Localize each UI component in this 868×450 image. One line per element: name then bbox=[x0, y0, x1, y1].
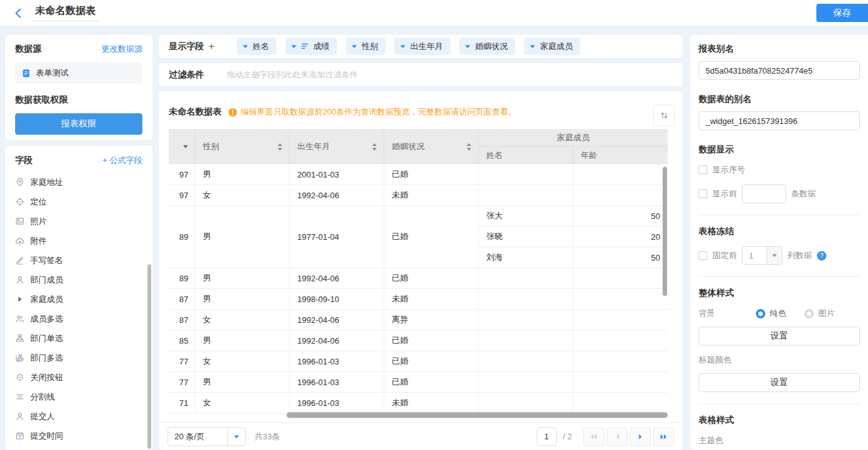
report-alias-input[interactable] bbox=[699, 61, 860, 80]
table-row: 85男1992-04-06已婚 bbox=[169, 330, 668, 351]
field-chip[interactable]: 姓名 bbox=[237, 38, 277, 55]
table-alias-input[interactable] bbox=[699, 111, 860, 130]
birth-cell: 1998-09-10 bbox=[290, 289, 384, 309]
page-number-input[interactable] bbox=[537, 427, 557, 446]
filter-dropzone[interactable]: 拖动左侧字段到此处来添加过滤条件 bbox=[227, 69, 673, 81]
family-members-cell bbox=[479, 351, 668, 371]
family-members-cell bbox=[479, 393, 668, 413]
family-members-cell bbox=[479, 330, 668, 351]
birth-column-header[interactable]: 出生年月 bbox=[290, 129, 384, 164]
field-item[interactable]: 部门多选 bbox=[15, 348, 142, 368]
report-permission-button[interactable]: 报表权限 bbox=[15, 113, 142, 135]
field-item[interactable]: 手写签名 bbox=[15, 250, 142, 270]
member-name-header: 姓名 bbox=[479, 147, 573, 164]
sort-toggle-icon bbox=[466, 143, 472, 151]
field-item[interactable]: 附件 bbox=[15, 231, 142, 250]
fields-scrollbar[interactable] bbox=[147, 264, 151, 449]
prev-page-button[interactable] bbox=[607, 427, 627, 446]
save-button[interactable]: 保存 bbox=[816, 4, 868, 22]
member-age-cell: 20 bbox=[573, 227, 668, 247]
table-horizontal-scrollbar[interactable] bbox=[287, 412, 668, 418]
image-radio[interactable] bbox=[804, 309, 814, 318]
table-vertical-scrollbar[interactable] bbox=[663, 167, 667, 296]
last-page-button[interactable] bbox=[653, 427, 674, 446]
birth-cell: 1996-01-03 bbox=[290, 372, 384, 392]
table-row: 97男2001-01-03已婚 bbox=[169, 164, 668, 185]
birth-cell: 1996-01-03 bbox=[290, 351, 384, 371]
warning-icon bbox=[228, 108, 237, 117]
background-setting-button[interactable]: 设置 bbox=[699, 327, 860, 346]
birth-cell: 1992-04-06 bbox=[290, 268, 384, 288]
score-cell: 77 bbox=[169, 351, 195, 371]
field-chip-label: 性别 bbox=[362, 41, 378, 52]
gender-cell: 男 bbox=[195, 164, 290, 184]
field-chip[interactable]: 出生年月 bbox=[394, 38, 450, 55]
field-item[interactable]: 提交时间 bbox=[15, 426, 142, 446]
field-item[interactable]: 定位 bbox=[15, 192, 142, 211]
chevron-right-icon bbox=[638, 434, 643, 440]
freeze-count-select[interactable]: 1 bbox=[742, 246, 782, 265]
field-item[interactable]: 部门成员 bbox=[15, 270, 142, 290]
page-title[interactable]: 未命名数据表 bbox=[33, 4, 98, 21]
add-display-field-button[interactable]: + bbox=[208, 42, 214, 52]
target-icon bbox=[15, 197, 25, 206]
marriage-cell: 已婚 bbox=[384, 372, 479, 392]
birth-cell: 1996-01-03 bbox=[290, 393, 384, 413]
member-name-cell: 刘海 bbox=[479, 247, 573, 267]
table-header: 性别 出生年月 婚姻状况 家庭成员 姓名 年龄 bbox=[169, 129, 668, 164]
birth-cell: 2001-01-03 bbox=[290, 164, 384, 184]
gender-column-header[interactable]: 性别 bbox=[195, 129, 290, 164]
show-first-count-input[interactable] bbox=[742, 184, 786, 203]
field-item[interactable]: 成员多选 bbox=[15, 309, 142, 329]
users-icon bbox=[15, 314, 25, 323]
table-sort-button[interactable] bbox=[653, 104, 675, 126]
chevron-down-icon bbox=[183, 145, 188, 149]
field-item[interactable]: 提交人 bbox=[15, 407, 142, 426]
birth-cell: 1977-01-04 bbox=[290, 206, 384, 267]
show-first-checkbox[interactable] bbox=[699, 189, 707, 198]
field-chip[interactable]: 家庭成员 bbox=[524, 38, 580, 55]
score-cell: 87 bbox=[169, 310, 195, 330]
gender-cell: 男 bbox=[195, 372, 290, 392]
title-color-label: 标题颜色 bbox=[699, 354, 860, 366]
member-name-cell bbox=[479, 351, 573, 371]
field-item[interactable]: 分割线 bbox=[15, 387, 142, 407]
page-size-select[interactable]: 20 条/页 bbox=[168, 427, 246, 446]
field-item[interactable]: 关闭按钮 bbox=[15, 368, 142, 387]
marriage-cell: 已婚 bbox=[384, 351, 479, 371]
field-chip-label: 出生年月 bbox=[410, 41, 443, 52]
filter-label: 过滤条件 bbox=[169, 69, 204, 81]
back-button[interactable] bbox=[11, 7, 24, 20]
gender-cell: 女 bbox=[195, 351, 290, 371]
member-name-cell bbox=[479, 268, 573, 288]
field-chip[interactable]: 性别 bbox=[346, 38, 385, 55]
change-datasource-link[interactable]: 更改数据源 bbox=[101, 43, 142, 55]
field-item[interactable]: 家庭成员 bbox=[15, 290, 142, 309]
solid-color-radio[interactable] bbox=[756, 309, 765, 318]
field-chip[interactable]: 婚姻状况 bbox=[459, 38, 515, 55]
field-item[interactable]: 部门单选 bbox=[15, 329, 142, 348]
title-color-setting-button[interactable]: 设置 bbox=[699, 373, 860, 392]
chevron-down-icon bbox=[767, 247, 782, 264]
table-style-label: 表格样式 bbox=[699, 415, 860, 426]
form-doc-icon bbox=[21, 69, 31, 78]
field-item[interactable]: 照片 bbox=[15, 211, 142, 231]
first-page-button[interactable] bbox=[583, 427, 604, 446]
marriage-cell: 已婚 bbox=[384, 268, 479, 288]
member-name-cell bbox=[479, 330, 573, 351]
help-icon[interactable]: ? bbox=[817, 251, 826, 261]
score-cell: 89 bbox=[169, 206, 195, 267]
background-label: 背景 bbox=[699, 308, 715, 319]
field-chip-label: 成绩 bbox=[313, 41, 329, 52]
show-index-checkbox[interactable] bbox=[699, 166, 707, 174]
score-column-menu[interactable] bbox=[169, 129, 195, 164]
field-chip[interactable]: 成绩 bbox=[285, 38, 337, 55]
top-bar: 未命名数据表 保存 bbox=[0, 0, 868, 26]
field-item[interactable]: 家庭地址 bbox=[15, 172, 142, 192]
formula-field-link[interactable]: + 公式字段 bbox=[103, 155, 142, 166]
marriage-column-header[interactable]: 婚姻状况 bbox=[384, 129, 479, 164]
table-row: 87女1992-04-06离异 bbox=[169, 310, 668, 330]
freeze-checkbox[interactable] bbox=[699, 251, 707, 260]
next-page-button[interactable] bbox=[630, 427, 651, 446]
chevron-down-icon bbox=[351, 45, 357, 48]
